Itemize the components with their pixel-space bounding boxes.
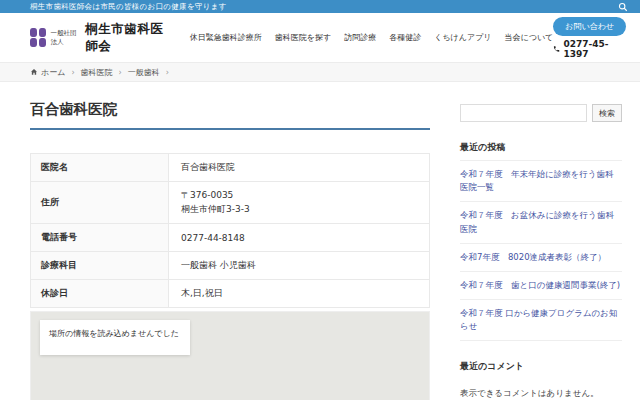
row-label: 住所 — [31, 182, 169, 224]
table-row: 医院名 百合歯科医院 — [31, 154, 430, 182]
recent-comments-heading: 最近のコメント — [460, 360, 622, 379]
nav-item-kuchiken-app[interactable]: くちけんアプリ — [434, 32, 491, 43]
nav-item-about[interactable]: 当会について — [505, 32, 554, 43]
post-link[interactable]: 令和7年度 8020達成者表彰（終了） — [460, 251, 622, 264]
list-item: 令和7年度 8020達成者表彰（終了） — [460, 244, 622, 272]
site-slogan: 桐生市歯科医師会は市民の皆様のお口の健康を守ります — [30, 2, 227, 12]
clinic-info-table: 医院名 百合歯科医院 住所 〒376-0035 桐生市仲町3-3-3 電話番号 … — [30, 153, 430, 308]
post-link[interactable]: 令和７年度 口から健康プログラムのお知らせ — [460, 307, 622, 333]
site-header: 一般社団法人 桐生市歯科医師会 休日緊急歯科診療所 歯科医院を探す 訪問診療 各… — [0, 13, 640, 62]
nav-item-checkups[interactable]: 各種健診 — [389, 32, 421, 43]
breadcrumb-home[interactable]: ホーム — [30, 67, 65, 78]
row-value: 〒376-0035 桐生市仲町3-3-3 — [169, 182, 430, 224]
contact-button[interactable]: お問い合わせ — [553, 17, 626, 36]
map-embed[interactable]: 場所の情報を読み込めませんでした — [30, 311, 430, 400]
post-link[interactable]: 令和７年度 歯と口の健康週間事業(終了) — [460, 279, 622, 292]
row-label: 電話番号 — [31, 224, 169, 252]
breadcrumb-separator: › — [166, 68, 169, 77]
row-value: 百合歯科医院 — [169, 154, 430, 182]
search-input[interactable] — [460, 104, 587, 122]
breadcrumb-separator: › — [71, 68, 74, 77]
topbar: 桐生市歯科医師会は市民の皆様のお口の健康を守ります — [0, 0, 640, 13]
org-name: 桐生市歯科医師会 — [85, 21, 170, 55]
list-item: 令和７年度 口から健康プログラムのお知らせ — [460, 300, 622, 341]
search-icon[interactable] — [616, 1, 630, 12]
recent-posts-heading: 最近の投稿 — [460, 141, 622, 161]
row-value: 木,日,祝日 — [169, 280, 430, 308]
recent-posts-list: 令和７年度 年末年始に診療を行う歯科医院一覧 令和７年度 お盆休みに診療を行う歯… — [460, 161, 622, 341]
table-row: 休診日 木,日,祝日 — [31, 280, 430, 308]
org-type-label: 一般社団法人 — [51, 29, 83, 47]
breadcrumb-general-dentistry[interactable]: 一般歯科 — [128, 67, 160, 78]
row-label: 休診日 — [31, 280, 169, 308]
sidebar: 検索 最近の投稿 令和７年度 年末年始に診療を行う歯科医院一覧 令和７年度 お盆… — [460, 100, 622, 400]
main-nav: 休日緊急歯科診療所 歯科医院を探す 訪問診療 各種健診 くちけんアプリ 当会につ… — [190, 32, 553, 43]
sidebar-search: 検索 — [460, 104, 622, 122]
table-row: 住所 〒376-0035 桐生市仲町3-3-3 — [31, 182, 430, 224]
post-link[interactable]: 令和７年度 年末年始に診療を行う歯科医院一覧 — [460, 168, 622, 194]
search-submit-button[interactable]: 検索 — [592, 104, 622, 122]
post-link[interactable]: 令和７年度 お盆休みに診療を行う歯科医院 — [460, 209, 622, 235]
row-label: 診療科目 — [31, 252, 169, 280]
table-row: 電話番号 0277-44-8148 — [31, 224, 430, 252]
site-logo[interactable]: 一般社団法人 桐生市歯科医師会 — [30, 21, 170, 55]
table-row: 診療科目 一般歯科 小児歯科 — [31, 252, 430, 280]
phone-number: 0277-45-1397 — [553, 39, 626, 59]
list-item: 令和７年度 歯と口の健康週間事業(終了) — [460, 272, 622, 300]
breadcrumb-separator: › — [119, 68, 122, 77]
page-title: 百合歯科医院 — [30, 100, 430, 130]
logo-clover-icon — [30, 28, 46, 47]
nav-item-visiting-care[interactable]: 訪問診療 — [344, 32, 376, 43]
row-value: 0277-44-8148 — [169, 224, 430, 252]
home-icon — [30, 68, 38, 76]
clinic-detail: 百合歯科医院 医院名 百合歯科医院 住所 〒376-0035 桐生市仲町3-3-… — [30, 100, 430, 400]
no-comments-text: 表示できるコメントはありません。 — [460, 388, 622, 400]
page: 桐生市歯科医師会は市民の皆様のお口の健康を守ります 一般社団法人 桐生市歯科医師… — [0, 0, 640, 400]
phone-icon — [553, 45, 560, 53]
list-item: 令和７年度 お盆休みに診療を行う歯科医院 — [460, 202, 622, 243]
main-area: 百合歯科医院 医院名 百合歯科医院 住所 〒376-0035 桐生市仲町3-3-… — [0, 82, 640, 400]
map-error-message: 場所の情報を読み込めませんでした — [40, 320, 190, 355]
breadcrumb: ホーム › 歯科医院 › 一般歯科 › — [0, 62, 640, 82]
list-item: 令和７年度 年末年始に診療を行う歯科医院一覧 — [460, 161, 622, 202]
row-label: 医院名 — [31, 154, 169, 182]
row-value: 一般歯科 小児歯科 — [169, 252, 430, 280]
breadcrumb-dental-clinics[interactable]: 歯科医院 — [81, 67, 113, 78]
nav-item-emergency-clinic[interactable]: 休日緊急歯科診療所 — [190, 32, 262, 43]
nav-item-find-clinic[interactable]: 歯科医院を探す — [275, 32, 331, 43]
